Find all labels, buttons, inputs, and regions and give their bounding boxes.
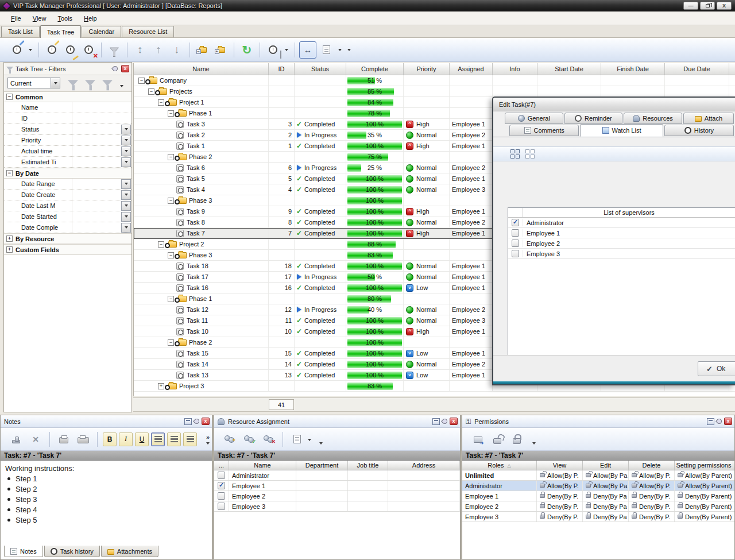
column-header-due-date[interactable]: Due Date bbox=[665, 63, 729, 75]
tree-expander-icon[interactable]: − bbox=[168, 296, 174, 302]
permissions-column-setting-permissions[interactable]: Setting permissions bbox=[675, 461, 733, 470]
permissions-column-edit[interactable]: Edit bbox=[583, 461, 629, 470]
column-header-complete[interactable]: Complete bbox=[346, 63, 404, 75]
filter-field-value[interactable] bbox=[72, 146, 121, 156]
filter-field-value[interactable] bbox=[72, 135, 121, 145]
permissions-restore-icon[interactable] bbox=[707, 418, 714, 425]
expander-icon[interactable]: − bbox=[6, 94, 13, 100]
permission-row-employee-1[interactable]: Employee 1Deny(By P.Deny(By PaDeny(By P.… bbox=[462, 491, 734, 501]
resource-checkbox[interactable] bbox=[218, 503, 225, 510]
permission-row-unlimited[interactable]: UnlimitedAllow(By P.Allow(By PaAllow(By … bbox=[462, 470, 734, 481]
tab-resource-list[interactable]: Resource List bbox=[122, 26, 174, 37]
expand-collapse-button[interactable]: ↕ bbox=[131, 41, 149, 59]
notes-tab-notes[interactable]: Notes bbox=[4, 546, 43, 557]
print-dropdown[interactable] bbox=[283, 41, 291, 59]
filter-button[interactable] bbox=[106, 41, 123, 59]
filter-field-dropdown[interactable] bbox=[121, 223, 131, 233]
column-header-id[interactable]: ID bbox=[269, 63, 295, 75]
resource-column-address[interactable]: Address bbox=[388, 461, 460, 470]
menu-item-help[interactable]: Help bbox=[79, 13, 102, 24]
menu-item-file[interactable]: File bbox=[6, 13, 26, 24]
notes-toolbar-dropdown[interactable] bbox=[206, 442, 210, 445]
fit-width-button[interactable]: ↔ bbox=[299, 41, 316, 59]
supervisor-row[interactable]: Employee 2 bbox=[508, 238, 735, 249]
lock-button[interactable] bbox=[508, 431, 525, 448]
filters-close-button[interactable]: x bbox=[121, 65, 129, 72]
filter-preset-combo[interactable]: Current bbox=[7, 78, 60, 88]
supervisor-row[interactable]: Employee 3 bbox=[508, 249, 735, 259]
task-row-projects[interactable]: −Projects85 % bbox=[134, 86, 735, 97]
align-left-button[interactable] bbox=[151, 432, 165, 446]
resource-column-department[interactable]: Department bbox=[296, 461, 348, 470]
new-task-dropdown[interactable] bbox=[26, 41, 34, 59]
column-header-priority[interactable]: Priority bbox=[404, 63, 450, 75]
collapse-tree-button[interactable]: − bbox=[194, 41, 211, 59]
dialog-tab-general[interactable]: General bbox=[505, 113, 563, 124]
supervisor-checkbox[interactable] bbox=[512, 250, 519, 257]
dialog-tab-history[interactable]: History bbox=[664, 125, 734, 136]
pin-icon[interactable] bbox=[111, 65, 119, 72]
tree-expander-icon[interactable]: + bbox=[158, 383, 164, 389]
dialog-title-bar[interactable]: Edit Task(#7) bbox=[493, 98, 735, 111]
resource-toolbar-overflow[interactable] bbox=[319, 442, 323, 445]
resource-row[interactable]: Employee 2 bbox=[214, 491, 460, 501]
toolbar-overflow[interactable] bbox=[345, 41, 353, 59]
resource-restore-icon[interactable] bbox=[432, 418, 440, 425]
underline-button[interactable]: U bbox=[135, 432, 149, 446]
assign-resource-button[interactable]: ＊ bbox=[221, 431, 238, 448]
filter-field-value[interactable] bbox=[72, 179, 121, 189]
align-center-button[interactable] bbox=[167, 432, 181, 446]
filter-field-value[interactable] bbox=[72, 157, 121, 167]
permissions-column-roles[interactable]: Roles△ bbox=[462, 461, 537, 470]
filter-field-value[interactable] bbox=[72, 124, 121, 134]
resource-report-button[interactable] bbox=[288, 431, 305, 448]
move-down-button[interactable]: ↓ bbox=[168, 41, 185, 59]
filter-section-by-resource[interactable]: +By Resource bbox=[4, 233, 131, 244]
resource-column-job-title[interactable]: Job title bbox=[348, 461, 388, 470]
filter-field-dropdown[interactable] bbox=[121, 190, 131, 200]
expand-tree-button[interactable]: + bbox=[212, 41, 230, 59]
resource-column-dotdotdot[interactable]: ... bbox=[214, 461, 229, 470]
resource-column-name[interactable]: Name bbox=[229, 461, 296, 470]
notes-restore-icon[interactable] bbox=[184, 418, 192, 425]
column-header-name[interactable]: Name bbox=[134, 63, 269, 75]
filter-field-dropdown[interactable] bbox=[121, 146, 131, 156]
copy-permissions-button[interactable] bbox=[469, 431, 486, 448]
filter-field-dropdown[interactable] bbox=[121, 125, 131, 134]
supervisor-checkbox[interactable] bbox=[512, 229, 519, 237]
tree-expander-icon[interactable]: − bbox=[138, 78, 145, 84]
refresh-button[interactable]: ↻ bbox=[238, 41, 256, 59]
tree-expander-icon[interactable]: − bbox=[168, 154, 174, 160]
filter-section-common[interactable]: −Common bbox=[4, 91, 131, 102]
notes-close-button[interactable]: x bbox=[202, 418, 210, 425]
columns-dropdown[interactable] bbox=[336, 41, 344, 59]
task-row-company[interactable]: −Company51 % bbox=[134, 75, 735, 86]
permissions-pin-icon[interactable] bbox=[715, 418, 723, 425]
filter-field-value[interactable] bbox=[72, 102, 131, 113]
tree-expander-icon[interactable]: − bbox=[158, 241, 164, 248]
supervisor-row[interactable]: Administrator bbox=[508, 218, 735, 228]
permissions-close-button[interactable]: x bbox=[724, 418, 732, 425]
notes-tab-task-history[interactable]: Task history bbox=[44, 546, 100, 557]
resource-row[interactable]: Employee 3 bbox=[214, 501, 460, 512]
tree-expander-icon[interactable]: − bbox=[168, 252, 174, 258]
permissions-column-view[interactable]: View bbox=[537, 461, 583, 470]
column-header-info[interactable]: Info bbox=[493, 63, 537, 75]
filter-preset-dropdown[interactable] bbox=[51, 78, 60, 88]
column-header-status[interactable]: Status bbox=[295, 63, 346, 75]
align-right-button[interactable] bbox=[183, 432, 197, 446]
dialog-tab-resources[interactable]: Resources bbox=[624, 113, 682, 124]
filter-field-value[interactable] bbox=[72, 222, 121, 233]
uncheck-all-icon[interactable] bbox=[525, 149, 535, 159]
tree-expander-icon[interactable]: − bbox=[148, 88, 154, 95]
column-header-assigned[interactable]: Assigned bbox=[450, 63, 493, 75]
new-subtask-button[interactable] bbox=[43, 41, 60, 59]
dialog-tab-watch-list[interactable]: Watch List bbox=[580, 124, 663, 137]
resource-checkbox[interactable] bbox=[218, 482, 225, 489]
supervisor-checkbox[interactable] bbox=[512, 240, 519, 247]
permission-row-employee-2[interactable]: Employee 2Deny(By P.Deny(By PaDeny(By P.… bbox=[462, 501, 734, 512]
supervisor-checkbox[interactable] bbox=[512, 219, 519, 226]
resource-report-dropdown[interactable] bbox=[308, 439, 311, 441]
apply-filter-button[interactable] bbox=[68, 80, 78, 86]
notes-print-button[interactable] bbox=[75, 431, 92, 448]
